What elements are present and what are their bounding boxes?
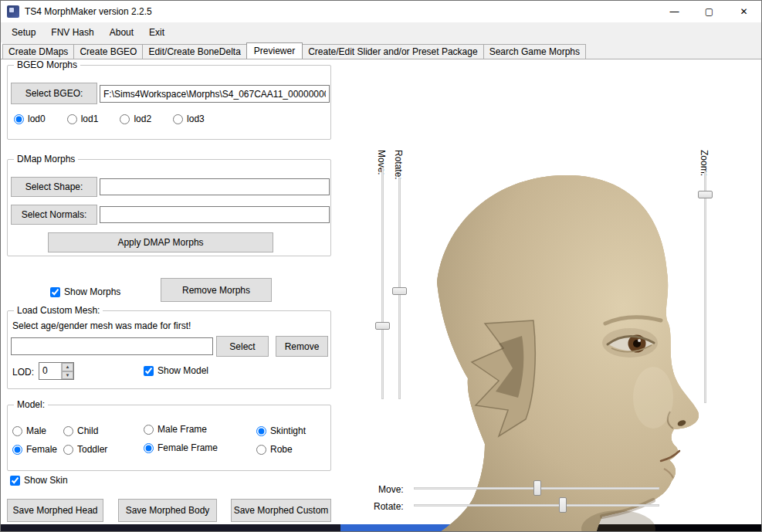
female-radio-input[interactable] <box>12 445 22 455</box>
select-normals-button[interactable]: Select Normals: <box>11 205 97 225</box>
lod0-label: lod0 <box>28 114 46 124</box>
dmap-morphs-group-label: DMap Morphs <box>14 154 78 164</box>
select-bgeo-button[interactable]: Select BGEO: <box>11 83 97 104</box>
lod1-label: lod1 <box>81 114 99 124</box>
skintight-radio-input[interactable] <box>256 426 266 436</box>
close-button[interactable]: ✕ <box>726 1 761 22</box>
select-shape-button[interactable]: Select Shape: <box>11 177 97 197</box>
menu-fnv-hash[interactable]: FNV Hash <box>43 22 101 42</box>
zoom-vertical-slider[interactable] <box>698 171 713 403</box>
bgeo-morphs-group-label: BGEO Morphs <box>14 59 80 70</box>
robe-radio[interactable]: Robe <box>256 444 293 455</box>
lod2-radio-input[interactable] <box>120 114 130 124</box>
lod0-radio[interactable]: lod0 <box>14 114 46 124</box>
rotate-horizontal-slider[interactable] <box>414 497 659 513</box>
rotate-vertical-slider[interactable] <box>392 178 408 399</box>
show-model-checkbox[interactable]: Show Model <box>144 365 208 376</box>
toddler-radio-input[interactable] <box>63 445 73 455</box>
tab-previewer[interactable]: Previewer <box>246 42 303 59</box>
rotate-horizontal-slider-track[interactable] <box>414 504 659 507</box>
custom-mesh-select-button[interactable]: Select <box>216 336 269 357</box>
load-custom-mesh-group: Load Custom Mesh: Select age/gender mesh… <box>7 310 331 389</box>
shape-path-input[interactable] <box>100 178 330 195</box>
menu-bar: Setup FNV Hash About Exit <box>1 22 761 42</box>
tab-create-edit-slider-preset[interactable]: Create/Edit Slider and/or Preset Package <box>302 44 483 59</box>
eye <box>602 328 658 357</box>
title-bar: TS4 MorphMaker version 2.2.5 — ▢ ✕ <box>1 1 761 22</box>
model-preview-render <box>398 166 711 532</box>
lod-stepper[interactable]: 0 ▲ ▼ <box>39 362 74 380</box>
male-label: Male <box>26 425 46 436</box>
skintight-radio[interactable]: Skintight <box>256 425 306 436</box>
save-morphed-head-button[interactable]: Save Morphed Head <box>7 499 103 522</box>
lod-stepper-down-icon[interactable]: ▼ <box>62 371 73 380</box>
show-morphs-checkbox-input[interactable] <box>50 287 60 297</box>
tab-strip: Create DMaps Create BGEO Edit/Create Bon… <box>2 42 761 59</box>
minimize-button[interactable]: — <box>657 1 692 22</box>
skintight-label: Skintight <box>270 425 306 436</box>
lod1-radio-input[interactable] <box>67 114 77 124</box>
female-frame-radio-input[interactable] <box>144 443 154 453</box>
male-frame-radio-input[interactable] <box>144 425 154 435</box>
move-horizontal-slider-thumb[interactable] <box>533 480 541 496</box>
show-skin-checkbox-input[interactable] <box>10 476 20 486</box>
bgeo-path-input[interactable] <box>100 85 330 103</box>
maximize-button[interactable]: ▢ <box>692 1 726 22</box>
tab-create-dmaps[interactable]: Create DMaps <box>2 44 74 59</box>
custom-mesh-remove-button[interactable]: Remove <box>276 336 328 357</box>
tab-search-game-morphs[interactable]: Search Game Morphs <box>483 44 586 59</box>
tab-create-bgeo[interactable]: Create BGEO <box>73 44 143 59</box>
lod-stepper-value: 0 <box>39 363 61 379</box>
save-morphed-body-button[interactable]: Save Morphed Body <box>118 499 217 522</box>
child-radio-input[interactable] <box>63 426 73 436</box>
menu-about[interactable]: About <box>102 22 141 42</box>
remove-morphs-button[interactable]: Remove Morphs <box>161 278 272 302</box>
model-group: Model: Male Child Female Toddler Male Fr… <box>7 405 331 471</box>
window-title: TS4 MorphMaker version 2.2.5 <box>25 6 152 17</box>
lod2-radio[interactable]: lod2 <box>120 114 151 124</box>
mesh-hint-label: Select age/gender mesh was made for firs… <box>12 320 191 331</box>
move-horizontal-slider[interactable] <box>414 480 659 496</box>
show-skin-label: Show Skin <box>24 475 68 486</box>
rotate-vertical-slider-thumb[interactable] <box>392 287 407 295</box>
robe-radio-input[interactable] <box>256 445 266 455</box>
normals-path-input[interactable] <box>100 206 330 223</box>
zoom-vertical-slider-thumb[interactable] <box>698 191 713 198</box>
child-label: Child <box>77 425 98 436</box>
robe-label: Robe <box>270 444 293 455</box>
lod3-radio[interactable]: lod3 <box>173 114 205 124</box>
male-radio-input[interactable] <box>12 426 22 436</box>
bgeo-morphs-group: BGEO Morphs Select BGEO: lod0 lod1 lod2 … <box>7 65 331 140</box>
show-morphs-label: Show Morphs <box>64 286 120 297</box>
move-vertical-slider-thumb[interactable] <box>375 322 390 330</box>
menu-exit[interactable]: Exit <box>141 22 172 42</box>
toddler-label: Toddler <box>77 444 107 455</box>
female-radio[interactable]: Female <box>12 444 57 455</box>
lod-stepper-up-icon[interactable]: ▲ <box>62 363 73 371</box>
move-vertical-slider[interactable] <box>375 168 391 399</box>
male-frame-radio[interactable]: Male Frame <box>144 424 207 435</box>
rotate-vertical-label: Rotate: <box>393 150 404 180</box>
male-radio[interactable]: Male <box>12 425 46 436</box>
rotate-bottom-label: Rotate: <box>374 501 404 512</box>
save-morphed-custom-button[interactable]: Save Morphed Custom <box>231 499 331 522</box>
female-frame-radio[interactable]: Female Frame <box>144 442 218 453</box>
zoom-vertical-slider-track[interactable] <box>704 171 706 403</box>
lod1-radio[interactable]: lod1 <box>67 114 99 124</box>
show-morphs-checkbox[interactable]: Show Morphs <box>50 286 120 297</box>
show-skin-checkbox[interactable]: Show Skin <box>10 475 68 486</box>
female-label: Female <box>26 444 57 455</box>
apply-dmap-morphs-button[interactable]: Apply DMAP Morphs <box>48 232 273 252</box>
custom-mesh-path-input[interactable] <box>11 337 213 355</box>
lod0-radio-input[interactable] <box>14 114 24 124</box>
tab-edit-create-bonedelta[interactable]: Edit/Create BoneDelta <box>142 44 246 59</box>
rotate-horizontal-slider-thumb[interactable] <box>559 497 567 513</box>
toddler-radio[interactable]: Toddler <box>63 444 107 455</box>
dmap-morphs-group: DMap Morphs Select Shape: Select Normals… <box>7 159 331 256</box>
move-vertical-slider-track[interactable] <box>381 168 384 399</box>
child-radio[interactable]: Child <box>63 425 98 436</box>
female-frame-label: Female Frame <box>157 442 218 453</box>
show-model-checkbox-input[interactable] <box>144 366 154 376</box>
menu-setup[interactable]: Setup <box>4 22 43 42</box>
lod3-radio-input[interactable] <box>173 114 183 124</box>
